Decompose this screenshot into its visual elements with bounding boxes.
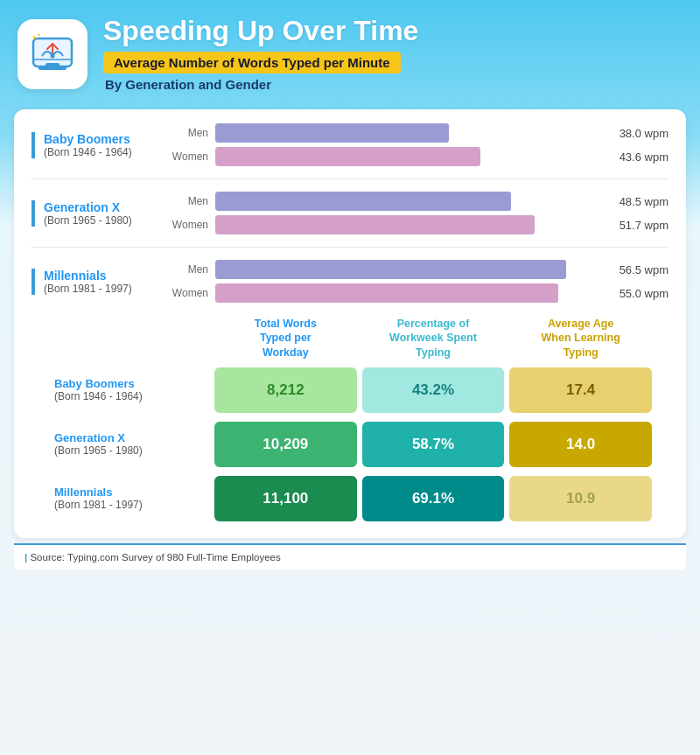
men-bar-row: Men 38.0 wpm bbox=[172, 123, 668, 143]
stats-data-row: Generation X (Born 1965 - 1980) 10,209 5… bbox=[32, 419, 668, 470]
stats-gen-name: Generation X bbox=[54, 431, 203, 444]
generation-row: Baby Boomers (Born 1946 - 1964) Men 38.0… bbox=[32, 123, 668, 179]
header: ✦ ✦ Speeding Up Over Time Average Number… bbox=[0, 0, 700, 104]
stats-section: Total WordsTyped perWorkday Percentage o… bbox=[32, 311, 668, 524]
gen-name: Millennials bbox=[44, 269, 172, 283]
bars-container: Men 48.5 wpm Women 51.7 wpm bbox=[172, 192, 668, 234]
stats-age-cell: 14.0 bbox=[509, 422, 652, 467]
bars-container: Men 56.5 wpm Women 55.0 wpm bbox=[172, 260, 668, 303]
stats-age-cell: 10.9 bbox=[509, 476, 652, 521]
stats-gen-cell: Millennials (Born 1981 - 1997) bbox=[46, 473, 212, 524]
gen-name: Baby Boomers bbox=[44, 132, 172, 146]
women-wpm: 55.0 wpm bbox=[612, 287, 668, 300]
svg-point-4 bbox=[51, 53, 55, 58]
stats-gen-name: Baby Boomers bbox=[54, 377, 203, 390]
men-bar-fill bbox=[215, 123, 449, 143]
men-label: Men bbox=[172, 127, 208, 139]
women-bar-row: Women 51.7 wpm bbox=[172, 215, 668, 234]
bars-container: Men 38.0 wpm Women 43.6 wpm bbox=[172, 123, 668, 166]
women-bar-track bbox=[215, 215, 605, 234]
bar-chart-section: Baby Boomers (Born 1946 - 1964) Men 38.0… bbox=[32, 123, 668, 303]
stats-header-row: Total WordsTyped perWorkday Percentage o… bbox=[32, 311, 668, 365]
women-bar-row: Women 55.0 wpm bbox=[172, 283, 668, 303]
women-wpm: 51.7 wpm bbox=[612, 219, 668, 232]
stats-gen-cell: Generation X (Born 1965 - 1980) bbox=[46, 419, 212, 470]
stats-pct-cell: 43.2% bbox=[362, 367, 505, 413]
stats-header-spacer bbox=[46, 311, 212, 365]
main-card: Baby Boomers (Born 1946 - 1964) Men 38.0… bbox=[14, 109, 686, 538]
stats-words-cell: 11,100 bbox=[214, 476, 357, 521]
women-wpm: 43.6 wpm bbox=[612, 150, 668, 164]
men-bar-fill bbox=[215, 192, 511, 211]
women-label: Women bbox=[172, 219, 208, 231]
generation-row: Generation X (Born 1965 - 1980) Men 48.5… bbox=[32, 192, 668, 248]
women-bar-row: Women 43.6 wpm bbox=[172, 147, 668, 166]
gen-years: (Born 1981 - 1997) bbox=[44, 283, 172, 295]
men-wpm: 56.5 wpm bbox=[612, 263, 668, 276]
stats-data-row: Millennials (Born 1981 - 1997) 11,100 69… bbox=[32, 473, 668, 524]
women-label: Women bbox=[172, 150, 208, 163]
men-bar-row: Men 56.5 wpm bbox=[172, 260, 668, 279]
stats-gen-years: (Born 1981 - 1997) bbox=[54, 499, 203, 511]
men-label: Men bbox=[172, 263, 208, 276]
source-bar: Source: Typing.com Survey of 980 Full-Ti… bbox=[14, 543, 686, 570]
men-bar-track bbox=[215, 192, 605, 211]
header-text: Speeding Up Over Time Average Number of … bbox=[103, 16, 682, 92]
stats-gen-years: (Born 1946 - 1964) bbox=[54, 390, 203, 402]
gen-label: Baby Boomers (Born 1946 - 1964) bbox=[32, 132, 172, 158]
svg-rect-3 bbox=[38, 66, 66, 70]
stats-gen-name: Millennials bbox=[54, 486, 203, 499]
gen-label: Millennials (Born 1981 - 1997) bbox=[32, 269, 172, 295]
women-bar-fill bbox=[215, 283, 558, 303]
stats-header-words: Total WordsTyped perWorkday bbox=[212, 311, 360, 365]
stats-gen-years: (Born 1965 - 1980) bbox=[54, 444, 203, 457]
sub-subtitle: By Generation and Gender bbox=[103, 77, 682, 92]
men-bar-row: Men 48.5 wpm bbox=[172, 192, 668, 211]
stats-pct-cell: 58.7% bbox=[362, 422, 505, 467]
men-wpm: 38.0 wpm bbox=[612, 127, 668, 140]
gen-label: Generation X (Born 1965 - 1980) bbox=[32, 200, 172, 227]
stats-data-row: Baby Boomers (Born 1946 - 1964) 8,212 43… bbox=[32, 365, 668, 416]
men-label: Men bbox=[172, 195, 208, 207]
women-bar-track bbox=[215, 283, 605, 303]
men-bar-track bbox=[215, 123, 605, 143]
stats-header-age: Average AgeWhen LearningTyping bbox=[507, 311, 654, 365]
men-bar-fill bbox=[215, 260, 566, 279]
women-bar-fill bbox=[215, 147, 480, 166]
subtitle-bar: Average Number of Words Typed per Minute bbox=[103, 52, 401, 73]
gen-years: (Born 1946 - 1964) bbox=[44, 146, 172, 158]
gen-years: (Born 1965 - 1980) bbox=[44, 214, 172, 227]
women-label: Women bbox=[172, 287, 208, 299]
men-wpm: 48.5 wpm bbox=[612, 195, 668, 208]
stats-words-cell: 8,212 bbox=[214, 367, 357, 413]
women-bar-fill bbox=[215, 215, 535, 234]
men-bar-track bbox=[215, 260, 605, 279]
stats-words-cell: 10,209 bbox=[214, 422, 357, 467]
main-title: Speeding Up Over Time bbox=[103, 16, 682, 46]
stats-gen-cell: Baby Boomers (Born 1946 - 1964) bbox=[46, 365, 212, 416]
stats-pct-cell: 69.1% bbox=[362, 476, 505, 521]
stats-header-pct: Percentage ofWorkweek SpentTyping bbox=[360, 311, 508, 365]
stats-age-cell: 17.4 bbox=[509, 367, 652, 413]
women-bar-track bbox=[215, 147, 605, 166]
svg-text:✦: ✦ bbox=[37, 32, 41, 38]
generation-row: Millennials (Born 1981 - 1997) Men 56.5 … bbox=[32, 260, 668, 303]
app-icon: ✦ ✦ bbox=[18, 19, 88, 89]
gen-name: Generation X bbox=[44, 200, 172, 214]
